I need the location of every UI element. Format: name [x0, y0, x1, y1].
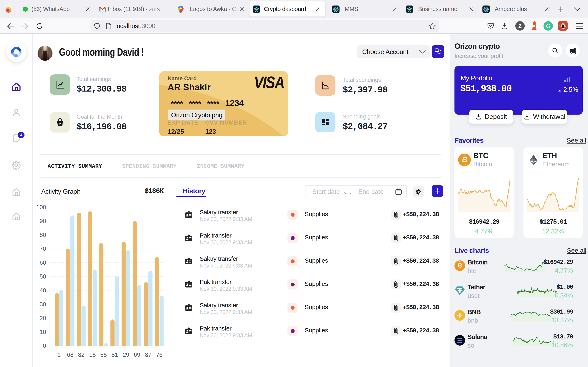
- svg-text:82: 82: [78, 351, 85, 358]
- svg-text:80: 80: [40, 232, 46, 238]
- svg-text:87: 87: [145, 351, 151, 358]
- svg-text:40: 40: [40, 287, 46, 294]
- svg-text:0: 0: [43, 342, 46, 349]
- svg-text:69: 69: [134, 351, 140, 358]
- svg-text:1: 1: [57, 351, 61, 358]
- svg-text:50: 50: [40, 273, 46, 280]
- svg-text:68: 68: [67, 351, 73, 358]
- svg-text:60: 60: [40, 259, 46, 266]
- svg-text:76: 76: [156, 351, 163, 358]
- svg-text:29: 29: [123, 351, 129, 358]
- svg-text:55: 55: [100, 351, 107, 358]
- svg-text:10: 10: [40, 329, 46, 335]
- svg-text:90: 90: [40, 218, 46, 224]
- svg-text:20: 20: [40, 315, 46, 321]
- svg-text:51: 51: [112, 351, 118, 358]
- svg-text:15: 15: [89, 351, 96, 358]
- svg-text:30: 30: [40, 301, 46, 308]
- svg-text:100: 100: [36, 204, 46, 210]
- svg-text:70: 70: [40, 245, 46, 252]
